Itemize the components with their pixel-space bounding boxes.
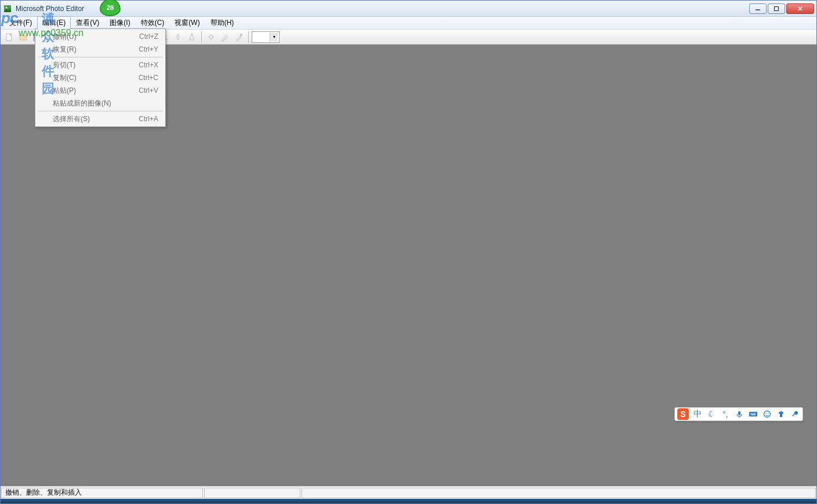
ime-lang-button[interactable]: 中 (692, 409, 703, 419)
svg-rect-34 (751, 415, 756, 416)
status-text: 撤销、删除、复制和插入 (1, 488, 203, 498)
menu-redo[interactable]: 恢复(R)Ctrl+Y (37, 43, 164, 56)
menu-select-all[interactable]: 选择所有(S)Ctrl+A (37, 113, 164, 125)
microphone-icon[interactable] (734, 409, 745, 419)
tb-smudge-icon[interactable] (172, 31, 184, 43)
menu-item-label: 剪切(T) (53, 60, 139, 70)
titlebar: Microsoft Photo Editor (1, 1, 816, 17)
menu-item-label: 选择所有(S) (53, 114, 139, 124)
keyboard-icon[interactable] (748, 409, 758, 419)
app-icon (3, 4, 12, 13)
menu-undo[interactable]: 撤销(U)Ctrl+Z (37, 30, 164, 43)
menu-item-label: 复制(C) (53, 73, 139, 83)
svg-point-35 (764, 411, 771, 418)
maximize-button[interactable] (768, 3, 785, 14)
skin-icon[interactable] (776, 409, 786, 419)
moon-icon[interactable]: ☾ (706, 409, 717, 419)
svg-rect-32 (753, 413, 754, 414)
menu-item-shortcut: Ctrl+X (139, 61, 158, 69)
punctuation-icon[interactable]: °, (720, 409, 731, 419)
menu-separator (38, 111, 163, 111)
tb-new-icon[interactable] (3, 31, 16, 43)
statusbar: 撤销、删除、复制和插入 (1, 486, 816, 499)
tb-separator (201, 31, 202, 43)
svg-point-1 (6, 6, 8, 8)
status-rest (302, 488, 816, 498)
menu-cut[interactable]: 剪切(T)Ctrl+X (37, 59, 164, 71)
svg-point-27 (240, 34, 242, 36)
menu-item-label: 恢复(R) (53, 45, 139, 55)
svg-rect-28 (738, 411, 740, 415)
menu-edit[interactable]: 编辑(E) (37, 16, 71, 30)
menu-item-label: 粘贴(P) (53, 86, 139, 96)
menu-item-shortcut: Ctrl+Y (139, 45, 158, 53)
menu-copy[interactable]: 复制(C)Ctrl+C (37, 71, 164, 84)
minimize-button[interactable] (749, 3, 767, 14)
face-icon[interactable] (762, 409, 772, 419)
svg-rect-33 (755, 413, 756, 414)
tb-brightness-icon[interactable] (205, 31, 217, 43)
menu-item-shortcut: Ctrl+A (139, 115, 158, 123)
wrench-icon[interactable] (790, 409, 800, 419)
menu-view[interactable]: 查看(V) (71, 16, 104, 30)
tb-open-icon[interactable] (17, 31, 30, 43)
svg-rect-29 (749, 412, 757, 416)
close-button[interactable] (786, 3, 814, 14)
status-mid (204, 488, 300, 498)
menu-item-shortcut: Ctrl+Z (139, 32, 158, 41)
app-title: Microsoft Photo Editor (16, 5, 749, 13)
menu-item-label: 撤销(U) (53, 32, 139, 42)
menu-item-shortcut: Ctrl+C (139, 74, 158, 82)
menu-item-label: 粘贴成新的图像(N) (53, 99, 158, 108)
zoom-combo[interactable]: ▾ (252, 31, 279, 43)
menu-separator (38, 57, 163, 57)
svg-point-36 (765, 413, 767, 414)
menu-paste[interactable]: 粘贴(P)Ctrl+V (37, 84, 164, 97)
svg-rect-3 (775, 6, 779, 10)
menubar: 文件(F) 编辑(E) 查看(V) 图像(I) 特效(C) 视窗(W) 帮助(H… (1, 17, 816, 30)
svg-point-37 (768, 413, 769, 414)
edit-dropdown: 撤销(U)Ctrl+Z 恢复(R)Ctrl+Y 剪切(T)Ctrl+X 复制(C… (35, 28, 166, 127)
menu-image[interactable]: 图像(I) (104, 16, 135, 30)
tb-pencil-icon[interactable] (219, 31, 231, 43)
window-controls (749, 3, 814, 14)
tb-eyedropper-icon[interactable] (233, 31, 245, 43)
sogou-logo-icon[interactable]: S (677, 408, 689, 420)
ime-toolbar[interactable]: S 中 ☾ °, (674, 407, 803, 421)
menu-file[interactable]: 文件(F) (4, 16, 37, 30)
menu-item-shortcut: Ctrl+V (139, 86, 158, 95)
menu-window[interactable]: 视窗(W) (169, 16, 205, 30)
menu-paste-as-new[interactable]: 粘贴成新的图像(N) (37, 97, 164, 110)
chevron-down-icon: ▾ (270, 32, 278, 42)
menu-effects[interactable]: 特效(C) (136, 16, 170, 30)
menu-help[interactable]: 帮助(H) (205, 16, 239, 30)
tb-sharpen-icon[interactable] (186, 31, 198, 43)
svg-point-22 (209, 35, 213, 39)
tb-separator (248, 31, 249, 43)
taskbar-peek (1, 499, 816, 503)
svg-rect-30 (750, 413, 751, 414)
svg-rect-31 (752, 413, 753, 414)
